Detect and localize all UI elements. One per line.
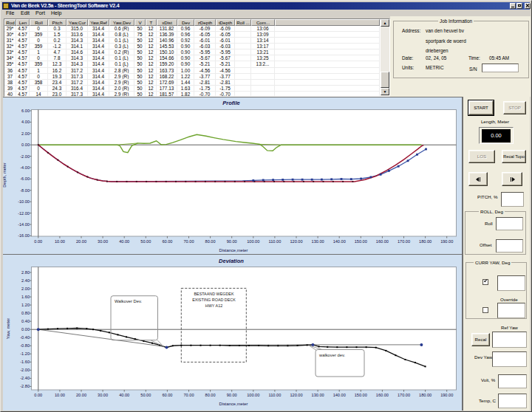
svg-text:150.00: 150.00 — [355, 393, 367, 397]
svg-text:140.00: 140.00 — [333, 393, 346, 397]
svg-text:Yaw, meter: Yaw, meter — [6, 318, 10, 340]
svg-text:140.00: 140.00 — [333, 239, 346, 244]
svg-text:30.00: 30.00 — [98, 393, 108, 397]
svg-text:110.00: 110.00 — [269, 393, 282, 397]
svg-text:HWY A12: HWY A12 — [205, 303, 222, 308]
svg-text:2.80: 2.80 — [21, 270, 30, 275]
svg-text:40.00: 40.00 — [119, 393, 129, 397]
svg-text:EXISTING ROAD DECK: EXISTING ROAD DECK — [192, 298, 236, 302]
svg-text:180.00: 180.00 — [419, 393, 432, 397]
svg-text:160.00: 160.00 — [376, 393, 389, 397]
svg-text:190.00: 190.00 — [440, 239, 453, 244]
svg-text:100.00: 100.00 — [247, 239, 259, 244]
svg-text:-1.20: -1.20 — [20, 351, 30, 356]
svg-text:-14.00: -14.00 — [18, 222, 30, 227]
svg-text:10.00: 10.00 — [55, 239, 65, 244]
svg-text:180.00: 180.00 — [419, 239, 432, 244]
svg-text:0.00: 0.00 — [21, 327, 30, 332]
svg-text:1.20: 1.20 — [21, 303, 30, 307]
svg-text:0.00: 0.00 — [34, 393, 42, 397]
svg-text:60.00: 60.00 — [162, 239, 172, 244]
svg-text:30.00: 30.00 — [98, 239, 108, 244]
svg-text:6.00: 6.00 — [21, 109, 30, 113]
svg-text:170.00: 170.00 — [398, 393, 410, 397]
svg-text:80.00: 80.00 — [205, 239, 216, 244]
svg-text:120.00: 120.00 — [290, 239, 302, 244]
svg-text:120.00: 120.00 — [290, 393, 302, 397]
svg-text:90.00: 90.00 — [227, 239, 237, 244]
svg-text:Depth, meter: Depth, meter — [3, 162, 7, 188]
svg-text:Distance,meter: Distance,meter — [219, 402, 248, 406]
svg-text:-4.00: -4.00 — [20, 165, 30, 170]
svg-text:-2.00: -2.00 — [20, 154, 30, 159]
svg-text:-1.60: -1.60 — [20, 360, 30, 364]
svg-text:2.00: 2.00 — [21, 286, 30, 291]
svg-text:70.00: 70.00 — [184, 393, 194, 397]
svg-text:20.00: 20.00 — [76, 393, 86, 397]
svg-text:90.00: 90.00 — [227, 393, 237, 397]
svg-text:100.00: 100.00 — [247, 393, 259, 397]
svg-text:-2.00: -2.00 — [20, 368, 30, 372]
svg-text:1.60: 1.60 — [21, 295, 30, 299]
svg-text:walkover dev.: walkover dev. — [318, 353, 345, 357]
svg-text:-10.00: -10.00 — [18, 199, 30, 204]
svg-text:-12.00: -12.00 — [18, 211, 30, 216]
svg-text:10.00: 10.00 — [55, 393, 65, 397]
svg-text:-2.40: -2.40 — [20, 376, 30, 380]
svg-text:0.00: 0.00 — [34, 239, 42, 244]
svg-text:0.00: 0.00 — [21, 143, 30, 147]
svg-text:-6.00: -6.00 — [20, 176, 30, 181]
svg-text:50.00: 50.00 — [140, 393, 151, 397]
svg-text:Walkover Dev.: Walkover Dev. — [115, 299, 142, 303]
svg-text:50.00: 50.00 — [140, 239, 151, 244]
svg-text:80.00: 80.00 — [205, 393, 216, 397]
svg-text:-0.80: -0.80 — [20, 343, 30, 348]
svg-text:-8.00: -8.00 — [20, 188, 30, 193]
svg-text:BESTAAND WEGDEK: BESTAAND WEGDEK — [194, 292, 234, 296]
svg-text:-2.80: -2.80 — [20, 384, 30, 388]
svg-text:130.00: 130.00 — [312, 239, 324, 244]
svg-text:Deviation: Deviation — [219, 258, 244, 264]
svg-text:160.00: 160.00 — [376, 239, 389, 244]
svg-text:0.80: 0.80 — [21, 311, 30, 315]
svg-text:-16.00: -16.00 — [18, 233, 30, 238]
svg-text:2.00: 2.00 — [21, 131, 30, 136]
svg-text:-0.40: -0.40 — [20, 335, 30, 340]
svg-text:110.00: 110.00 — [269, 239, 282, 244]
svg-text:60.00: 60.00 — [162, 393, 172, 397]
svg-text:0.40: 0.40 — [21, 319, 30, 323]
svg-text:2.40: 2.40 — [21, 278, 30, 283]
svg-text:150.00: 150.00 — [355, 239, 367, 244]
svg-text:70.00: 70.00 — [184, 239, 194, 244]
svg-text:190.00: 190.00 — [440, 393, 453, 397]
svg-text:40.00: 40.00 — [119, 239, 129, 244]
svg-text:4.00: 4.00 — [21, 120, 30, 124]
svg-text:170.00: 170.00 — [398, 239, 410, 244]
svg-text:130.00: 130.00 — [312, 393, 324, 397]
svg-text:Profile: Profile — [222, 100, 239, 106]
svg-text:20.00: 20.00 — [76, 239, 86, 244]
svg-text:Distance,meter: Distance,meter — [219, 248, 248, 253]
